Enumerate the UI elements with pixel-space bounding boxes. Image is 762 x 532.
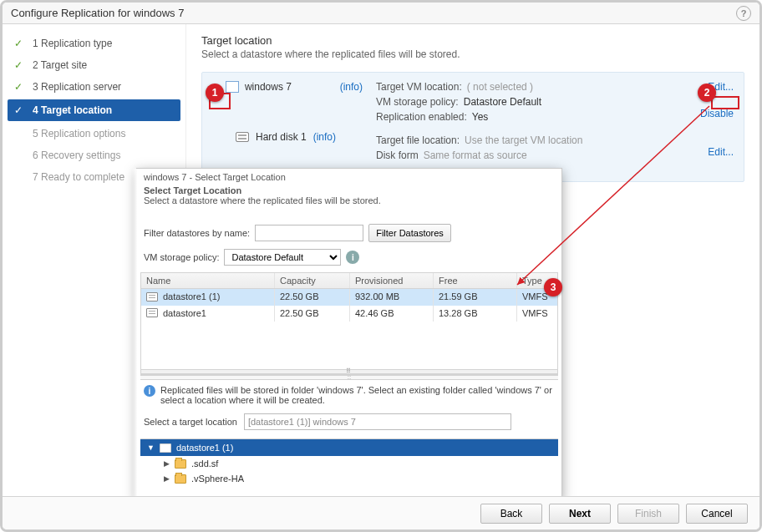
window-title: Configure Replication for windows 7 [11,3,184,24]
replicated-files-note: Replicated files will be stored in folde… [160,385,555,405]
step-replication-type[interactable]: ✓ 1 Replication type [3,33,185,54]
tree-root[interactable]: ▼ datastore1 (1) [140,439,558,456]
disk-info-link[interactable]: (info) [313,131,336,143]
target-location-input[interactable] [244,413,511,430]
section-subheading: Select a datastore where the replicated … [201,48,744,60]
check-icon: ✓ [14,81,26,93]
help-icon[interactable]: ? [736,6,751,21]
step-target-site[interactable]: ✓ 2 Target site [3,54,185,76]
replication-enabled-label: Replication enabled: [376,111,467,123]
callout-1: 1 [206,84,224,102]
callout-3: 3 [544,278,562,296]
folder-icon [175,459,186,469]
disk-format-label: Disk form [376,149,419,161]
filter-datastores-button[interactable]: Filter Datastores [368,224,451,242]
dialog-subtitle: Select a datastore where the replicated … [137,195,561,205]
vm-block: ▼ windows 7 (info) Hard disk 1 (info) Ta… [201,72,744,182]
disk-format-value: Same format as source [424,149,527,161]
filter-label: Filter datastores by name: [144,228,250,238]
info-icon: i [144,385,155,397]
vm-icon [226,82,238,92]
wizard-footer: Back Next Finish Cancel [3,496,759,529]
select-target-label: Select a target location [144,417,237,427]
datastore-table: Name Capacity Provisioned Free Type data… [140,272,558,375]
info-icon[interactable]: i [346,251,359,264]
vm-storage-policy-label: VM storage policy: [376,96,459,108]
select-target-location-dialog: windows 7 - Select Target Location Selec… [136,168,562,500]
target-file-location-value: Use the target VM location [465,134,582,146]
table-row[interactable]: datastore1 (1) 22.50 GB 932.00 MB 21.59 … [141,289,557,306]
datastore-icon [146,308,158,317]
table-row[interactable]: datastore1 22.50 GB 42.46 GB 13.28 GB VM… [141,306,557,322]
datastore-icon [160,443,171,453]
filter-input[interactable] [255,225,363,241]
back-button[interactable]: Back [480,504,542,524]
expand-toggle-icon[interactable]: ▼ [147,443,155,452]
replication-enabled-value: Yes [472,111,489,123]
step-recovery-settings: ✓ 6 Recovery settings [3,144,185,166]
step-replication-options: ✓ 5 Replication options [3,123,185,144]
cancel-button[interactable]: Cancel [686,504,748,524]
col-capacity[interactable]: Capacity [275,273,350,288]
section-heading: Target location [201,34,744,47]
col-name[interactable]: Name [141,273,275,288]
check-icon: ✓ [14,38,26,49]
vm-info-link[interactable]: (info) [340,81,363,93]
table-header: Name Capacity Provisioned Free Type [141,273,557,289]
folder-icon [175,474,186,484]
next-button[interactable]: Next [549,504,611,524]
check-icon: ✓ [14,104,26,116]
tree-node[interactable]: ▶ .vSphere-HA [140,471,558,486]
col-free[interactable]: Free [434,273,517,288]
step-replication-server[interactable]: ✓ 3 Replication server [3,76,185,98]
disk-label: Hard disk 1 [256,131,307,143]
folder-tree: ▼ datastore1 (1) ▶ .sdd.sf ▶ .vSphere-HA [140,438,558,486]
target-vm-location-label: Target VM location: [376,81,462,93]
vm-name: windows 7 [245,81,292,93]
target-vm-location-value: ( not selected ) [467,81,533,93]
disk-icon [236,132,249,142]
edit-file-location-link[interactable]: Edit... [675,146,734,158]
dialog-policy-label: VM storage policy: [144,252,219,262]
dialog-breadcrumb: windows 7 - Select Target Location [137,169,561,182]
disk-row: Hard disk 1 (info) [212,131,363,143]
vm-header-row[interactable]: ▼ windows 7 (info) [212,81,363,93]
vm-storage-policy-value: Datastore Default [464,96,541,108]
finish-button: Finish [617,504,679,524]
expand-toggle-icon[interactable]: ▶ [164,459,170,468]
disable-replication-link[interactable]: Disable [675,108,734,119]
datastore-icon [146,292,158,301]
tree-node[interactable]: ▶ .sdd.sf [140,456,558,471]
callout-2: 2 [698,84,716,102]
col-provisioned[interactable]: Provisioned [350,273,434,288]
target-file-location-label: Target file location: [376,134,460,146]
check-icon: ✓ [14,59,26,71]
dialog-title: Select Target Location [144,185,241,195]
vm-storage-policy-select[interactable]: Datastore Default [224,249,341,266]
expand-toggle-icon[interactable]: ▶ [164,474,170,483]
step-target-location[interactable]: ✓ 4 Target location [8,99,180,121]
